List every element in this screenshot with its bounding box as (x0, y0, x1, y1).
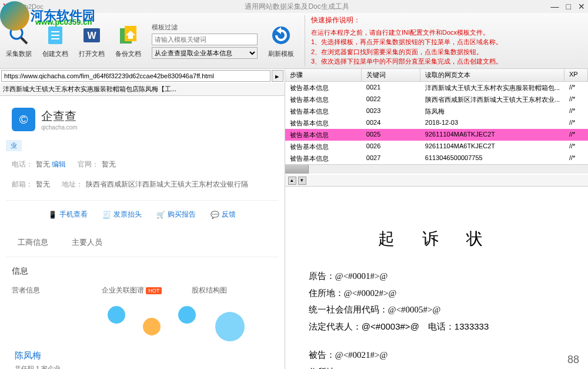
help-title: 快速操作说明： (311, 15, 582, 25)
watermark-logo-icon (0, 1, 29, 31)
refresh-template-button[interactable]: 刷新模板 (268, 24, 294, 58)
qcc-brand: 企查查 (41, 108, 78, 124)
right-pane: 步骤 关键词 读取的网页文本 XP 被告基本信息0021沣西新城大王镇大王东村衣… (285, 69, 588, 369)
info-section: 信息 (6, 257, 279, 285)
url-bar: ▸ (0, 69, 285, 83)
tab-business-info[interactable]: 工商信息 (18, 237, 48, 248)
svg-line-1 (21, 38, 27, 44)
table-header: 步骤 关键词 读取的网页文本 XP (285, 69, 588, 82)
table-row[interactable]: 被告基本信息00276113046500007755//* (285, 152, 588, 164)
doc-ruler: ▴ ▾ (285, 175, 588, 187)
window-title: 通用网站数据采集及Doc生成工具 (44, 2, 551, 12)
edit-link[interactable]: 编辑 (52, 160, 66, 168)
help-line-0: 在运行本程序之前，请自行建立INI配置文件和Docx模板文件。 (311, 28, 582, 38)
help-line-1: 1、先选择模板，再点开采集数据按钮的下拉菜单，点击区域名称。 (311, 37, 582, 47)
ruler-up-icon[interactable]: ▴ (288, 177, 296, 185)
mobile-view[interactable]: 📱 手机查看 (48, 210, 88, 220)
backup-icon (116, 24, 140, 47)
help-line-2: 2、在浏览器窗口找到需要采集的页面，点击采集数据按钮。 (311, 47, 582, 57)
left-pane: ▸ 沣西新城大王镇大王东村衣实惠服装鞋帽箱包店陈凤梅【工... © 企查查 qi… (0, 69, 285, 369)
refresh-icon (269, 24, 293, 47)
help-line-3: 3、依次选择下拉菜单中的不同部分直至采集完成，点击创建文档。 (311, 56, 582, 67)
table-row[interactable]: 被告基本信息002692611104MA6TKJEC2T//* (285, 141, 588, 152)
table-row[interactable]: 被告基本信息002592611104MA6TKJEC2T//* (285, 129, 588, 141)
table-row[interactable]: 被告基本信息0023陈凤梅//* (285, 105, 588, 117)
document-preview: 起 诉 状 原告：@<#0001#>@ 住所地：@<#0002#>@ 统一社会信… (285, 187, 588, 369)
buy-report[interactable]: 🛒 购买报告 (156, 210, 196, 220)
minimize-button[interactable]: — (551, 2, 559, 11)
webpage-preview[interactable]: © 企查查 qichacha.com 业 电话：暂无 编辑 官网：暂无 邮箱：暂… (0, 96, 285, 369)
page-number: 88 (567, 354, 579, 366)
feedback[interactable]: 💬 反馈 (211, 210, 236, 220)
window-controls: — □ ✕ (551, 2, 585, 11)
close-button[interactable]: ✕ (578, 2, 585, 11)
equity-graph (192, 300, 273, 347)
doc-title: 起 诉 状 (309, 228, 564, 250)
quick-help: 快速操作说明： 在运行本程序之前，请自行建立INI配置文件和Docx模板文件。 … (305, 15, 582, 67)
backup-doc-button[interactable]: 备份文档 (115, 24, 141, 58)
data-table: 步骤 关键词 读取的网页文本 XP 被告基本信息0021沣西新城大王镇大王东村衣… (285, 69, 588, 175)
url-input[interactable] (1, 70, 270, 82)
svg-text:W: W (87, 31, 96, 41)
filter-input[interactable] (152, 34, 258, 45)
tab-key-people[interactable]: 主要人员 (72, 237, 102, 248)
browser-tab[interactable]: 沣西新城大王镇大王东村衣实惠服装鞋帽箱包店陈凤梅【工... (0, 83, 285, 96)
ruler-down-icon[interactable]: ▾ (298, 177, 306, 185)
table-row[interactable]: 被告基本信息0021沣西新城大王镇大王东村衣实惠服装鞋帽箱包...//* (285, 82, 588, 94)
qcc-url: qichacha.com (41, 124, 78, 131)
maximize-button[interactable]: □ (566, 2, 571, 11)
filter-select[interactable]: 从企查查提取企业基本信息 (152, 47, 258, 59)
relation-graph (102, 300, 183, 347)
person-name[interactable]: 陈凤梅 (15, 350, 270, 361)
qcc-logo-icon: © (12, 108, 35, 131)
watermark: 河东软件园 (0, 1, 95, 31)
table-row[interactable]: 被告基本信息00242018-12-03//* (285, 117, 588, 129)
invoice-title[interactable]: 🧾 发票抬头 (102, 210, 142, 220)
table-row[interactable]: 被告基本信息0022陕西省西咸新区沣西新城大王镇大王东村农业...//* (285, 94, 588, 105)
filter-label: 模板过滤 (152, 23, 258, 32)
template-filter: 模板过滤 从企查查提取企业基本信息 (152, 23, 258, 59)
table-scrollbar[interactable] (285, 164, 588, 174)
watermark-site: 河东软件园 (31, 7, 95, 25)
go-button[interactable]: ▸ (272, 70, 283, 82)
qcc-tag: 业 (6, 140, 22, 151)
